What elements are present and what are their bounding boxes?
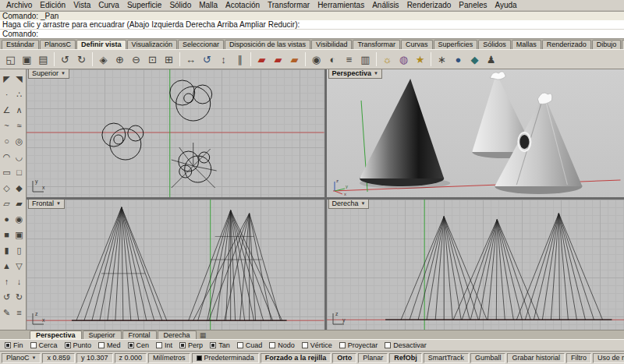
checkbox[interactable] xyxy=(210,342,216,348)
polyline-icon[interactable]: ∠ xyxy=(1,102,13,118)
rectangle3pt-icon[interactable]: □ xyxy=(13,164,26,180)
filter-toggle[interactable]: Filtro xyxy=(566,353,591,363)
osnap-punto[interactable]: Punto xyxy=(65,341,92,349)
viewport-title-perspectiva[interactable]: Perspectiva ▼ xyxy=(328,69,383,79)
gem-tool-icon[interactable]: ◆ xyxy=(466,51,483,68)
menu-superficie[interactable]: Superficie xyxy=(123,1,165,9)
viewport-title-frontal[interactable]: Frontal ▼ xyxy=(28,200,65,209)
print-icon[interactable]: ▤ xyxy=(35,51,51,68)
menu-solido[interactable]: Sólido xyxy=(165,1,195,9)
checkbox[interactable] xyxy=(128,342,134,348)
tab-definir-vista[interactable]: Definir vista xyxy=(76,40,126,49)
interp-curve-icon[interactable]: ≈ xyxy=(13,118,26,133)
annotate-pen-icon[interactable]: ✎ xyxy=(1,305,13,320)
layers-icon[interactable]: ≡ xyxy=(341,51,357,68)
checkbox[interactable] xyxy=(5,342,11,348)
wireframe-cone-a[interactable] xyxy=(401,217,487,320)
checkbox[interactable] xyxy=(156,342,162,348)
perspective-canvas[interactable] xyxy=(327,69,624,197)
point-icon[interactable]: · xyxy=(1,87,13,102)
viewport-perspectiva[interactable]: Perspectiva ▼ xyxy=(327,69,624,197)
viewport-derecha[interactable]: Derecha ▼ xyxy=(327,200,624,330)
viewport-tab-derecha[interactable]: Derecha xyxy=(158,330,197,339)
tube-icon[interactable]: ▯ xyxy=(13,242,26,258)
open-file-icon[interactable]: ◱ xyxy=(2,51,19,68)
tab-superficies[interactable]: Superficies xyxy=(434,40,478,49)
checkbox[interactable] xyxy=(302,342,308,348)
zoom-in-icon[interactable]: ⊕ xyxy=(112,51,128,68)
box3pt-icon[interactable]: ▣ xyxy=(13,227,26,242)
record-history-toggle[interactable]: Grabar historial xyxy=(507,353,565,363)
cylinder-icon[interactable]: ▮ xyxy=(1,242,13,258)
camera-icon[interactable]: ◉ xyxy=(308,51,324,68)
zoom-window-icon[interactable]: ⊡ xyxy=(144,51,161,68)
menu-vista[interactable]: Vista xyxy=(69,1,94,9)
tab-disposicion-vistas[interactable]: Disposición de las vistas xyxy=(225,40,310,49)
osnap-perp[interactable]: Perp xyxy=(179,341,203,349)
cone-icon[interactable]: ▲ xyxy=(1,258,13,274)
checkbox[interactable] xyxy=(237,342,243,348)
osnap-vertice[interactable]: Vértice xyxy=(302,341,332,349)
osnap-int[interactable]: Int xyxy=(156,341,172,349)
checkbox[interactable] xyxy=(65,342,71,348)
move-icon[interactable]: ↔ xyxy=(183,51,199,68)
polygon-star-icon[interactable]: ◆ xyxy=(13,180,26,196)
units-indicator[interactable]: Milímetros xyxy=(148,353,190,363)
tab-transformar[interactable]: Transformar xyxy=(353,40,400,49)
rotate-view-icon[interactable]: ↺ xyxy=(199,51,215,68)
menu-herramientas[interactable]: Herramientas xyxy=(314,1,368,9)
new-viewport-tab-icon[interactable]: ▦ xyxy=(197,331,209,339)
named-view-car2-icon[interactable]: ▰ xyxy=(270,51,286,68)
menu-paneles[interactable]: Paneles xyxy=(455,1,491,9)
scale-icon[interactable]: ↕ xyxy=(215,51,232,68)
render-icon[interactable]: ★ xyxy=(412,51,428,68)
checkbox[interactable] xyxy=(30,342,37,348)
osnap-fin[interactable]: Fin xyxy=(5,341,23,349)
osnap-cen[interactable]: Cen xyxy=(128,341,150,349)
checkbox[interactable] xyxy=(98,342,105,348)
current-layer[interactable]: Predeterminada xyxy=(192,353,259,363)
named-view-truck-icon[interactable]: ▰ xyxy=(286,51,303,68)
extrude-icon[interactable]: ↑ xyxy=(1,274,13,289)
mirror-icon[interactable]: ∥ xyxy=(232,51,248,68)
smarttrack-toggle[interactable]: SmartTrack xyxy=(424,353,469,363)
polygon-icon[interactable]: ◇ xyxy=(1,180,13,196)
top-view-curves[interactable] xyxy=(102,80,217,188)
tab-solidos[interactable]: Sólidos xyxy=(478,40,511,49)
menu-ayuda[interactable]: Ayuda xyxy=(491,1,520,9)
layer-list-icon[interactable]: ≡ xyxy=(13,305,26,320)
osnap-toggle[interactable]: RefObj xyxy=(389,353,422,363)
pan-view-icon[interactable]: ◈ xyxy=(95,51,112,68)
osnap-tan[interactable]: Tan xyxy=(210,341,230,349)
wireframe-cone-c[interactable] xyxy=(516,214,602,320)
viewport-title-superior[interactable]: Superior ▼ xyxy=(28,69,69,79)
sphere-icon[interactable]: ● xyxy=(1,211,13,227)
menu-archivo[interactable]: Archivo xyxy=(2,1,36,9)
checkbox[interactable] xyxy=(269,342,275,348)
curve-icon[interactable]: ~ xyxy=(1,118,13,133)
osnap-proyectar[interactable]: Proyectar xyxy=(339,341,378,349)
arc3pt-icon[interactable]: ◡ xyxy=(13,149,26,164)
surface-plane-icon[interactable]: ▱ xyxy=(1,196,13,211)
menu-edicion[interactable]: Edición xyxy=(36,1,69,9)
sphere-tool-icon[interactable]: ● xyxy=(450,51,466,68)
tab-seleccionar[interactable]: Seleccionar xyxy=(178,40,224,49)
wireframe-cone-right[interactable] xyxy=(189,210,282,320)
rectangle-icon[interactable]: ▭ xyxy=(1,164,13,180)
circle-icon[interactable]: ○ xyxy=(1,133,13,149)
menu-malla[interactable]: Malla xyxy=(195,1,222,9)
tab-renderizado[interactable]: Renderizado xyxy=(542,40,591,49)
osnap-cuad[interactable]: Cuad xyxy=(237,341,263,349)
light-icon[interactable]: ☼ xyxy=(379,51,395,68)
rotate2d-icon[interactable]: ↺ xyxy=(1,289,13,305)
settings-gear-icon[interactable]: ∗ xyxy=(434,51,450,68)
menu-renderizado[interactable]: Renderizado xyxy=(403,1,456,9)
gumball-toggle[interactable]: Gumball xyxy=(470,353,506,363)
tab-curvas[interactable]: Curvas xyxy=(401,40,433,49)
menu-acotacion[interactable]: Acotación xyxy=(222,1,264,9)
tab-mallas[interactable]: Mallas xyxy=(512,40,541,49)
zoom-out-icon[interactable]: ⊖ xyxy=(128,51,144,68)
checkbox[interactable] xyxy=(339,342,346,348)
undo-icon[interactable]: ↺ xyxy=(57,51,73,68)
select-icon[interactable]: ◤ xyxy=(1,71,13,87)
